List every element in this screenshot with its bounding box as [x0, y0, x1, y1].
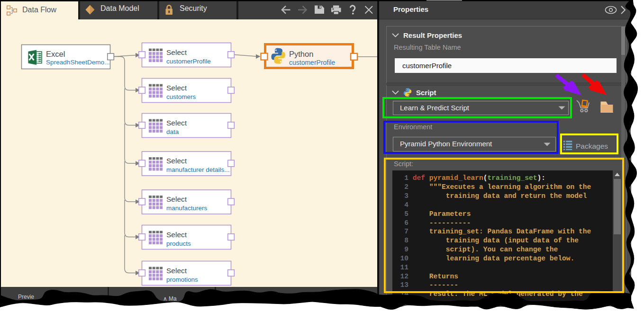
svg-text:Select: Select — [166, 157, 187, 165]
svg-text:Python: Python — [289, 50, 313, 58]
svg-text:Select: Select — [166, 231, 187, 239]
svg-text:Excel: Excel — [46, 50, 65, 58]
svg-text:promotions: promotions — [166, 276, 198, 283]
svg-text:Select: Select — [166, 267, 187, 275]
svg-text:Select: Select — [166, 84, 187, 92]
svg-text:data: data — [166, 128, 179, 135]
svg-text:Select: Select — [166, 119, 187, 127]
svg-text:products: products — [166, 240, 191, 247]
svg-text:customerProfile: customerProfile — [289, 59, 335, 66]
svg-text:manufacturers: manufacturers — [166, 205, 208, 212]
svg-text:SpreadhSheetDemo...: SpreadhSheetDemo... — [46, 59, 110, 66]
svg-text:customerProfile: customerProfile — [166, 58, 211, 65]
svg-text:Select: Select — [166, 195, 187, 203]
svg-text:Select: Select — [166, 48, 187, 56]
svg-text:customers: customers — [166, 93, 196, 100]
svg-text:manufacturer details...: manufacturer details... — [166, 166, 230, 173]
